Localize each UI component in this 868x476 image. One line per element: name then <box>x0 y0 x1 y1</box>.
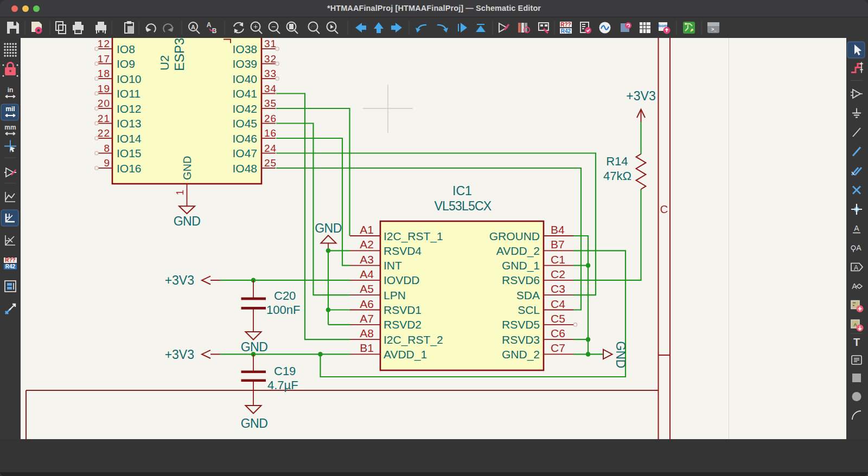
svg-text:A4: A4 <box>360 268 374 280</box>
svg-text:LPN: LPN <box>384 289 406 301</box>
svg-text:9: 9 <box>104 157 110 169</box>
svg-text:C5: C5 <box>551 312 565 325</box>
svg-text:IO40: IO40 <box>232 73 257 85</box>
svg-text:B7: B7 <box>551 238 565 250</box>
svg-text:21: 21 <box>98 113 110 124</box>
svg-text:T: T <box>853 336 860 348</box>
svg-text:R42: R42 <box>5 263 16 269</box>
svg-text:C20: C20 <box>274 289 296 303</box>
svg-text:C7: C7 <box>551 342 565 354</box>
svg-text:12: 12 <box>98 38 110 49</box>
svg-text:GROUND: GROUND <box>489 230 540 242</box>
svg-text:100nF: 100nF <box>266 303 300 317</box>
svg-text:IC1: IC1 <box>452 184 472 198</box>
svg-text:C2: C2 <box>551 268 565 280</box>
svg-text:31: 31 <box>264 38 277 49</box>
svg-text:GND: GND <box>614 341 628 368</box>
svg-text:ESP32-S3-WROOM-1: ESP32-S3-WROOM-1 <box>172 38 187 71</box>
svg-text:IO46: IO46 <box>232 132 257 145</box>
svg-text:IO14: IO14 <box>117 132 142 145</box>
svg-text:mil: mil <box>5 105 15 113</box>
svg-text:A6: A6 <box>360 298 374 310</box>
svg-text:19: 19 <box>98 83 110 94</box>
svg-text:R14: R14 <box>606 155 628 168</box>
svg-text:RSVD6: RSVD6 <box>502 274 540 286</box>
svg-text:IO48: IO48 <box>232 162 257 175</box>
svg-text:GND: GND <box>181 156 193 180</box>
svg-text:IO16: IO16 <box>117 162 142 175</box>
svg-text:26: 26 <box>264 113 277 124</box>
svg-text:IO11: IO11 <box>117 87 141 100</box>
svg-text:C: C <box>660 203 668 215</box>
svg-text:47kΩ: 47kΩ <box>603 169 631 183</box>
svg-text:18: 18 <box>98 68 110 79</box>
svg-text:C4: C4 <box>551 298 565 310</box>
svg-text:A: A <box>853 322 857 327</box>
svg-text:A: A <box>854 264 858 272</box>
svg-text:GND_1: GND_1 <box>502 259 540 272</box>
svg-text:16: 16 <box>264 127 277 139</box>
svg-text:AVDD_1: AVDD_1 <box>384 348 427 361</box>
svg-text:+3V3: +3V3 <box>165 348 194 362</box>
svg-text:AVDD_2: AVDD_2 <box>496 245 540 258</box>
svg-text:GND: GND <box>241 340 268 354</box>
svg-text:IO10: IO10 <box>117 73 142 85</box>
svg-text:C19: C19 <box>274 364 296 378</box>
svg-text:17: 17 <box>98 53 110 65</box>
svg-text:>_: >_ <box>711 27 717 32</box>
svg-text:IO45: IO45 <box>232 117 257 130</box>
svg-text:R??: R?? <box>5 257 15 263</box>
svg-text:VL53L5CX: VL53L5CX <box>435 199 492 213</box>
svg-text:33: 33 <box>264 68 277 79</box>
svg-text:RSVD3: RSVD3 <box>502 333 540 346</box>
svg-text:B4: B4 <box>551 223 565 236</box>
svg-text:IO47: IO47 <box>232 147 257 159</box>
svg-text:8: 8 <box>104 143 110 154</box>
svg-text:1: 1 <box>175 190 186 195</box>
svg-text:A2: A2 <box>360 238 374 250</box>
svg-text:GND_2: GND_2 <box>502 348 540 361</box>
svg-text:C1: C1 <box>551 253 565 266</box>
svg-text:SDA: SDA <box>516 289 540 301</box>
svg-text:IO38: IO38 <box>232 43 257 55</box>
svg-text:A1: A1 <box>360 223 374 236</box>
svg-text:IO9: IO9 <box>117 57 135 70</box>
svg-text:4.7µF: 4.7µF <box>267 378 298 392</box>
svg-text:−: − <box>271 22 276 31</box>
svg-text:INT: INT <box>384 259 402 272</box>
svg-text:34: 34 <box>264 83 277 94</box>
svg-text:GND: GND <box>174 214 201 228</box>
svg-text:RSVD2: RSVD2 <box>384 318 422 331</box>
svg-text:C6: C6 <box>551 327 565 339</box>
svg-text:R??: R?? <box>560 22 571 28</box>
svg-text:C3: C3 <box>551 282 565 295</box>
svg-text:IO41: IO41 <box>232 87 257 100</box>
svg-text:35: 35 <box>264 98 277 109</box>
svg-text:mm: mm <box>4 124 16 131</box>
svg-text:+: + <box>855 93 858 98</box>
svg-text:RSVD5: RSVD5 <box>502 318 540 331</box>
svg-text:SCL: SCL <box>518 304 540 316</box>
svg-text:in: in <box>8 86 14 94</box>
svg-text:+: + <box>253 22 258 31</box>
svg-text:GND: GND <box>241 416 268 430</box>
svg-text:A: A <box>191 24 195 30</box>
svg-text:32: 32 <box>264 53 277 65</box>
svg-text:IO39: IO39 <box>232 57 257 70</box>
svg-text:A3: A3 <box>360 253 374 266</box>
svg-text:25: 25 <box>264 157 277 169</box>
svg-text:I2C_RST_2: I2C_RST_2 <box>384 333 443 346</box>
svg-text:GND: GND <box>315 221 342 235</box>
svg-text:20: 20 <box>98 98 110 109</box>
svg-text:A7: A7 <box>360 312 374 325</box>
svg-text:RSVD1: RSVD1 <box>384 304 422 316</box>
svg-text:A8: A8 <box>360 327 374 339</box>
svg-text:A5: A5 <box>360 282 374 295</box>
svg-text:+3V3: +3V3 <box>165 273 194 287</box>
svg-text:IO13: IO13 <box>117 117 142 130</box>
svg-text:22: 22 <box>98 127 110 139</box>
svg-text:IO12: IO12 <box>117 102 142 115</box>
svg-text:A: A <box>854 224 859 233</box>
svg-text:+3V3: +3V3 <box>626 89 655 103</box>
svg-text:RSVD4: RSVD4 <box>384 245 422 257</box>
